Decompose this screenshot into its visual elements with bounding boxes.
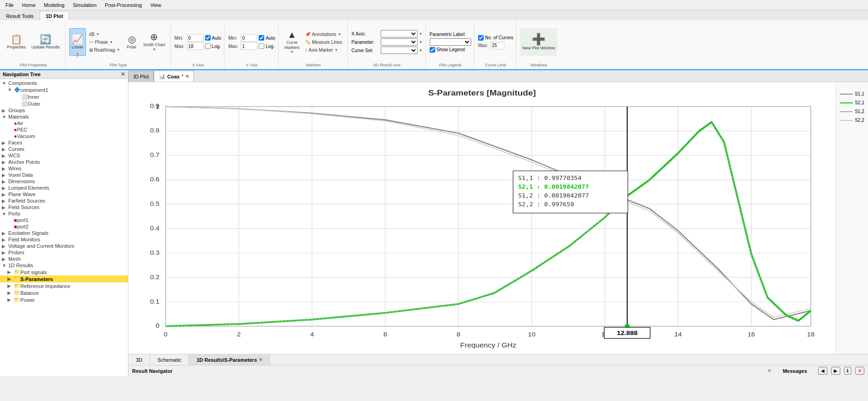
sidebar-item-farfield-sources[interactable]: ▶ Farfield Sources (0, 198, 128, 204)
update-results-button[interactable]: 🔄 Update Results (29, 28, 62, 56)
menu-view[interactable]: View (146, 1, 165, 9)
result-navigator-bar: Result Navigator ✕ Messages ◀ ▶ ℹ ✕ (128, 365, 868, 376)
sidebar-item-faces[interactable]: ▶ Faces (0, 139, 128, 146)
tab-1d-results-sparams[interactable]: 1D Results\S-Parameters ✕ (189, 354, 270, 365)
messages-clear-button[interactable]: ✕ (855, 367, 864, 375)
sidebar-item-outer[interactable]: ⬜ Outer (0, 100, 128, 107)
x-axis-row: X Axis: ▼ (352, 30, 423, 37)
sidebar-item-port1[interactable]: ■ port1 (0, 217, 128, 223)
tab-coax[interactable]: 📊 Coax * ✕ (154, 71, 194, 82)
od-x-axis-select[interactable] (381, 30, 418, 37)
groups-toggle: ▶ (2, 108, 8, 113)
sidebar-item-groups[interactable]: ▶ Groups (0, 107, 128, 114)
tab-1d-plot[interactable]: 1D Plot (40, 11, 69, 20)
sidebar-item-mesh[interactable]: ▶ Mesh (0, 256, 128, 262)
sidebar-item-inner[interactable]: ⬜ Inner (0, 93, 128, 100)
od-result-inputs: X Axis: ▼ Parameter: ▼ Cur (352, 30, 423, 54)
sidebar-item-voltage-current[interactable]: ▶ Voltage and Current Monitors (0, 243, 128, 249)
sidebar-item-port2[interactable]: ■ port2 (0, 223, 128, 230)
tab-3d[interactable]: 3D (128, 354, 150, 365)
sidebar-item-voxel-data[interactable]: ▶ Voxel Data (0, 172, 128, 178)
sidebar-item-air[interactable]: ● Air (0, 120, 128, 126)
properties-button[interactable]: 📋 Properties (5, 28, 28, 56)
sidebar-item-dimensions[interactable]: ▶ Dimensions (0, 178, 128, 185)
sidebar-item-plane-wave[interactable]: ▶ Plane Wave (0, 191, 128, 198)
curves-label: Curves (8, 146, 24, 152)
db-button[interactable]: dB ▼ (87, 31, 123, 38)
sidebar-item-anchor-points[interactable]: ▶ Anchor Points (0, 159, 128, 165)
y-axis-min-input[interactable] (241, 34, 257, 42)
tab-result-tools[interactable]: Result Tools (0, 11, 40, 20)
phase-button[interactable]: 〰 Phase ▼ (87, 39, 123, 46)
sidebar-item-balance[interactable]: ▶ 📁 Balance (0, 289, 128, 296)
power-text: Power (20, 297, 35, 303)
real-imag-label: Real/Imag (94, 48, 115, 53)
curve-markers-button[interactable]: ▲ CurveMarkers ▼ (282, 28, 302, 56)
messages-prev-button[interactable]: ◀ (818, 367, 827, 375)
y-axis-group-label: Y Axis (228, 62, 275, 67)
tab-id-plot[interactable]: ID Plot (128, 71, 154, 82)
y-axis-auto-checkbox[interactable] (259, 35, 264, 41)
sidebar-item-field-monitors[interactable]: ▶ Field Monitors (0, 236, 128, 243)
legend-content: Parametric Label: Show Legend (430, 22, 471, 62)
linear-button[interactable]: 📈 Linear ↑ (69, 28, 86, 56)
lumped-elements-toggle: ▶ (2, 186, 8, 191)
sidebar-tree: ▼ Components ▼ 🔷 component1 ⬜ Inner ⬜ Ou… (0, 79, 128, 376)
show-legend-checkbox[interactable] (430, 47, 435, 53)
menu-post-processing[interactable]: Post-Processing (101, 1, 146, 9)
no-of-curves-checkbox[interactable] (478, 35, 484, 41)
result-nav-close[interactable]: ✕ (767, 368, 771, 374)
sidebar-item-pec[interactable]: ● PEC (0, 126, 128, 133)
sidebar-item-materials[interactable]: ▼ Materials (0, 114, 128, 120)
tab-schematic[interactable]: Schematic (150, 354, 189, 365)
sidebar-item-field-sources[interactable]: ▶ Field Sources (0, 204, 128, 210)
sidebar-item-power[interactable]: ▶ 📁 Power (0, 296, 128, 303)
menu-modeling[interactable]: Modeling (40, 1, 68, 9)
parametric-value-select[interactable] (430, 38, 471, 46)
polar-button[interactable]: ◎ Polar (123, 28, 140, 56)
sidebar-item-probes[interactable]: ▶ Probes (0, 249, 128, 256)
svg-text:14: 14 (674, 330, 682, 337)
od-parameter-select[interactable] (381, 38, 418, 46)
sidebar-item-port-signals[interactable]: ▶ 📁 Port signals (0, 269, 128, 275)
menu-home[interactable]: Home (18, 1, 39, 9)
sidebar-item-curves[interactable]: ▶ Curves (0, 146, 128, 152)
sidebar-item-ports[interactable]: ▼ Ports (0, 210, 128, 217)
sidebar-close-button[interactable]: ✕ (121, 71, 125, 78)
sidebar-item-vacuum[interactable]: ● Vacuum (0, 133, 128, 139)
x-axis-log-checkbox[interactable] (205, 43, 211, 49)
menu-file[interactable]: File (2, 1, 18, 9)
db-arrow: ▼ (96, 32, 100, 36)
sidebar-item-reference-impedance[interactable]: ▶ 📁 Reference Impedance (0, 282, 128, 289)
coax-tab-close[interactable]: ✕ (185, 74, 189, 79)
sidebar-item-components[interactable]: ▼ Components (0, 80, 128, 86)
curve-markers-icon: ▲ (287, 30, 297, 39)
pec-label: PEC (17, 127, 28, 132)
1d-results-tab-close[interactable]: ✕ (259, 357, 262, 362)
x-axis-max-input[interactable] (187, 42, 204, 50)
real-imag-button[interactable]: ⊞ Real/Imag ▼ (87, 47, 123, 54)
menu-simulation[interactable]: Simulation (69, 1, 100, 9)
x-axis-min-input[interactable] (187, 34, 204, 42)
annotations-button[interactable]: 📌 Annotations ▼ (303, 31, 345, 38)
sidebar-item-s-parameters[interactable]: ▶ 📁 S-Parameters (0, 275, 128, 282)
axis-marker-label: Axis Marker (309, 48, 333, 53)
sidebar-item-1d-results[interactable]: ▼ 1D Results (0, 262, 128, 269)
max-curves-input[interactable] (491, 42, 504, 49)
x-axis-auto-checkbox[interactable] (205, 35, 211, 41)
sidebar-item-lumped-elements[interactable]: ▶ Lumped Elements (0, 185, 128, 191)
sidebar-item-excitation[interactable]: ▶ Excitation Signals (0, 230, 128, 236)
axis-marker-button[interactable]: ↕ Axis Marker ▼ (303, 47, 345, 54)
new-plot-window-button[interactable]: ➕ New Plot Window (520, 28, 558, 56)
sidebar-item-wcs[interactable]: ▶ WCS (0, 152, 128, 159)
od-curve-set-select[interactable] (381, 47, 418, 54)
y-axis-max-input[interactable] (241, 42, 257, 50)
messages-info-button[interactable]: ℹ (844, 367, 851, 375)
measure-lines-button[interactable]: 📏 Measure Lines (303, 39, 345, 46)
sidebar-item-component1[interactable]: ▼ 🔷 component1 (0, 86, 128, 93)
smith-chart-button[interactable]: ⊕ Smith Chart ▼ (141, 28, 168, 56)
messages-next-button[interactable]: ▶ (831, 367, 840, 375)
y-axis-log-checkbox[interactable] (259, 43, 264, 49)
app-body: Navigation Tree ✕ ▼ Components ▼ 🔷 compo… (0, 70, 868, 376)
sidebar-item-wires[interactable]: ▶ Wires (0, 165, 128, 172)
